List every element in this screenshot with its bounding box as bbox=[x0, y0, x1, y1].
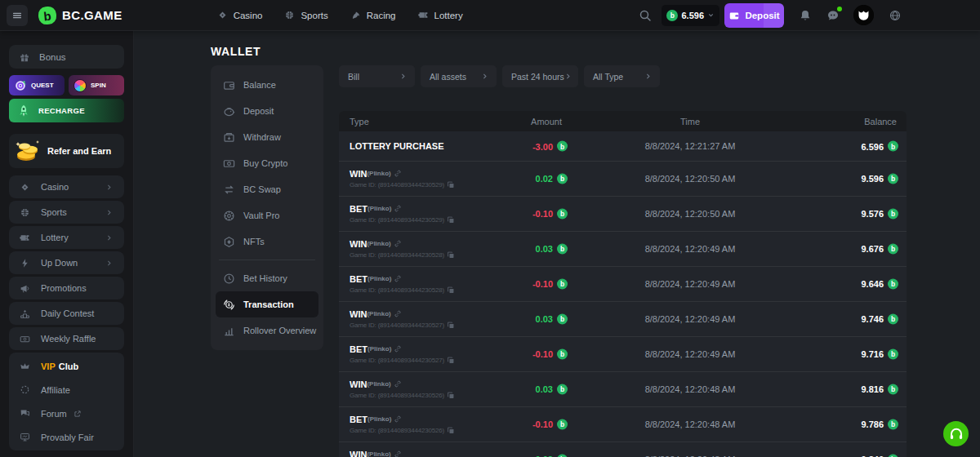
sidebar-item-provably-fair[interactable]: Provably Fair bbox=[9, 425, 124, 449]
quest-target-icon bbox=[14, 79, 27, 92]
copy-icon[interactable] bbox=[447, 391, 455, 399]
wallet-nav-deposit[interactable]: Deposit bbox=[216, 98, 318, 124]
language-globe-icon[interactable] bbox=[889, 9, 902, 22]
wallet-nav-transaction[interactable]: Transaction bbox=[216, 291, 318, 317]
wallet-nav-bet-history[interactable]: Bet History bbox=[216, 265, 318, 291]
wallet-nav-label: Transaction bbox=[243, 299, 294, 309]
game-name: (Plinko) bbox=[367, 310, 390, 317]
wallet-nav-balance[interactable]: Balance bbox=[216, 72, 318, 98]
forum-icon bbox=[19, 408, 30, 419]
sidebar-item-sports[interactable]: Sports bbox=[9, 201, 124, 224]
promo-icon bbox=[19, 283, 30, 294]
copy-icon[interactable] bbox=[447, 286, 455, 294]
logo[interactable]: b BC.GAME bbox=[38, 7, 122, 24]
chat-icon[interactable] bbox=[826, 9, 840, 22]
copy-icon[interactable] bbox=[447, 426, 455, 434]
transaction-type: WIN(Plinko) bbox=[350, 308, 455, 318]
top-nav-casino[interactable]: Casino bbox=[217, 10, 263, 20]
notifications-bell-icon[interactable] bbox=[799, 9, 812, 22]
filter-all-type[interactable]: All Type bbox=[584, 65, 660, 87]
sidebar-item-weekly-raffle[interactable]: Weekly Raffle bbox=[9, 327, 124, 350]
copy-icon[interactable] bbox=[447, 251, 455, 259]
filter-past-24-hours[interactable]: Past 24 hours bbox=[502, 65, 578, 87]
table-row: LOTTERY PURCHASE-3.00b8/8/2024, 12:21:27… bbox=[339, 131, 906, 161]
wallet-nav-rollover-overview[interactable]: Rollover Overview bbox=[216, 317, 318, 344]
game-link-icon[interactable] bbox=[394, 344, 402, 353]
cell-amount: -0.10b bbox=[532, 419, 568, 429]
wallet-nav-label: Deposit bbox=[243, 106, 274, 116]
wallet-nav-buy-crypto[interactable]: Buy Crypto bbox=[216, 150, 318, 176]
cell-type: BET(Plinko)Game ID: (891440893444230527) bbox=[350, 344, 455, 364]
menu-button[interactable] bbox=[7, 5, 28, 26]
wallet-icon bbox=[728, 10, 740, 21]
wallet-nav-bc-swap[interactable]: BC Swap bbox=[216, 176, 318, 202]
balance-value: 9.716 bbox=[861, 349, 884, 359]
copy-icon[interactable] bbox=[447, 180, 455, 189]
spin-wheel-icon bbox=[74, 79, 87, 92]
chevron-right-icon bbox=[564, 73, 572, 80]
coin-icon: b bbox=[888, 208, 898, 219]
coin-icon: b bbox=[888, 384, 898, 394]
game-link-icon[interactable] bbox=[394, 239, 402, 247]
cell-balance: 9.646b bbox=[861, 278, 898, 289]
balance-value: 9.746 bbox=[861, 314, 884, 324]
sidebar-item-casino[interactable]: Casino bbox=[9, 175, 124, 198]
sidebar-item-lottery[interactable]: Lottery bbox=[9, 226, 124, 249]
transactions-table: Type Amount Time Balance LOTTERY PURCHAS… bbox=[339, 111, 906, 457]
spin-badge[interactable]: SPIN bbox=[69, 75, 124, 95]
filter-all-assets[interactable]: All assets bbox=[421, 65, 497, 87]
quest-badge[interactable]: QUEST bbox=[9, 75, 65, 95]
game-id-text: Game ID: (891440893444230526) bbox=[350, 392, 444, 399]
filter-bill[interactable]: Bill bbox=[339, 65, 415, 87]
game-id: Game ID: (891440893444230527) bbox=[350, 356, 455, 364]
game-name: (Plinko) bbox=[367, 380, 390, 388]
transaction-type: WIN(Plinko) bbox=[350, 449, 455, 457]
deposit-button[interactable]: Deposit bbox=[724, 3, 784, 28]
transaction-icon bbox=[223, 299, 235, 311]
spin-label: SPIN bbox=[91, 82, 106, 89]
search-icon[interactable] bbox=[639, 9, 652, 22]
game-link-icon[interactable] bbox=[394, 169, 402, 177]
swap-icon bbox=[223, 184, 235, 196]
cell-balance: 6.596b bbox=[861, 141, 898, 152]
refer-and-earn-banner[interactable]: Refer and Earn bbox=[9, 134, 124, 168]
game-id-text: Game ID: (891440893444230527) bbox=[350, 357, 444, 364]
sports-icon bbox=[19, 207, 30, 218]
game-link-icon[interactable] bbox=[394, 309, 402, 317]
transaction-type-label: LOTTERY PURCHASE bbox=[350, 141, 444, 151]
wallet-nav-nfts[interactable]: NFTs bbox=[216, 228, 318, 255]
copy-icon[interactable] bbox=[447, 356, 455, 364]
sidebar-item-forum[interactable]: Forum bbox=[9, 402, 124, 425]
game-link-icon[interactable] bbox=[394, 415, 402, 423]
wallet-nav-label: NFTs bbox=[243, 237, 265, 246]
recharge-button[interactable]: RECHARGE bbox=[9, 99, 124, 122]
top-nav-lottery[interactable]: Lottery bbox=[418, 10, 463, 20]
sidebar-item-label: Affiliate bbox=[41, 385, 70, 395]
amount-value: -0.10 bbox=[532, 419, 553, 429]
support-button[interactable] bbox=[943, 421, 969, 446]
wallet-nav-label: Bet History bbox=[243, 273, 287, 283]
topbar-right: b 6.596 Deposit bbox=[639, 3, 980, 28]
game-link-icon[interactable] bbox=[394, 450, 402, 457]
balance-selector[interactable]: b 6.596 bbox=[662, 5, 719, 26]
game-link-icon[interactable] bbox=[394, 274, 402, 282]
transaction-type: WIN(Plinko) bbox=[350, 238, 455, 248]
game-id: Game ID: (891440893444230526) bbox=[350, 426, 455, 434]
sidebar-item-promotions[interactable]: Promotions bbox=[9, 277, 124, 299]
transaction-type: BET(Plinko) bbox=[350, 414, 455, 424]
game-link-icon[interactable] bbox=[394, 204, 402, 212]
game-link-icon[interactable] bbox=[394, 379, 402, 388]
wallet-nav-withdraw[interactable]: Withdraw bbox=[216, 124, 318, 150]
sidebar-item-up-down[interactable]: Up Down bbox=[9, 251, 124, 274]
sidebar-item-affiliate[interactable]: Affiliate bbox=[9, 378, 124, 402]
copy-icon[interactable] bbox=[447, 321, 455, 329]
sidebar-item-bonus[interactable]: Bonus bbox=[9, 45, 124, 69]
cell-amount: 0.03b bbox=[536, 454, 568, 457]
copy-icon[interactable] bbox=[447, 215, 455, 224]
sidebar-item-daily-contest[interactable]: Daily Contest bbox=[9, 302, 124, 325]
top-nav-racing[interactable]: Racing bbox=[350, 10, 396, 20]
sidebar-item-vip-club[interactable]: VIPClub bbox=[9, 354, 124, 378]
top-nav-sports[interactable]: Sports bbox=[284, 10, 327, 20]
avatar[interactable] bbox=[853, 5, 874, 25]
wallet-nav-vault-pro[interactable]: Vault Pro bbox=[216, 202, 318, 228]
